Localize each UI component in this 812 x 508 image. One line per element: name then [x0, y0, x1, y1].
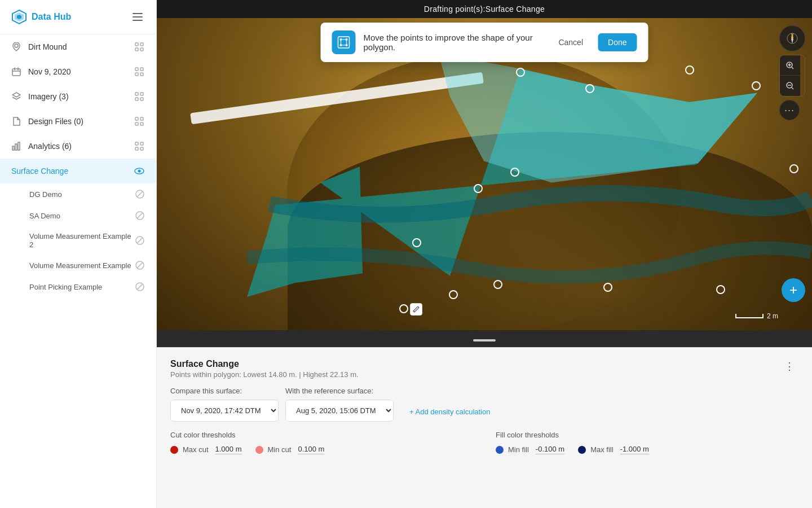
control-point-4[interactable]	[752, 81, 761, 90]
hamburger-menu[interactable]	[130, 11, 145, 23]
location-pin-icon	[11, 42, 21, 52]
svg-point-3	[15, 44, 18, 47]
point-picking-label: Point Picking Example	[29, 283, 102, 291]
panel-menu-button[interactable]: ⋮	[781, 359, 798, 374]
app-title: Data Hub	[32, 12, 71, 22]
svg-rect-4	[135, 43, 138, 46]
slash-icon-3	[135, 235, 145, 246]
map-area[interactable]: Move the points to improve the shape of …	[157, 0, 812, 330]
svg-rect-5	[140, 43, 143, 46]
control-point-12[interactable]	[603, 283, 612, 292]
max-cut-dot	[170, 446, 178, 454]
svg-marker-50	[791, 38, 793, 43]
cut-thresholds: Cut color thresholds Max cut 1.000 m Min…	[170, 431, 473, 454]
eye-icon[interactable]	[134, 165, 145, 177]
control-point-2[interactable]	[585, 84, 594, 93]
min-cut-item: Min cut 0.100 m	[255, 445, 325, 454]
zoom-controls	[779, 55, 805, 97]
svg-rect-26	[135, 147, 138, 150]
layers-icon	[11, 91, 21, 102]
cut-thresholds-title: Cut color thresholds	[170, 431, 473, 439]
sidebar-item-date[interactable]: Nov 9, 2020	[0, 59, 156, 84]
compass-button[interactable]: N	[779, 25, 805, 51]
sidebar-subitem-vol-2[interactable]: Volume Measurement Example 2	[0, 226, 156, 255]
drag-handle[interactable]	[157, 330, 812, 347]
dirt-mound-label: Dirt Mound	[28, 42, 67, 51]
imagery-label: Imagery (3)	[28, 92, 69, 101]
svg-rect-22	[15, 144, 17, 150]
min-fill-value[interactable]: -0.100 m	[536, 445, 564, 454]
logo[interactable]: Data Hub	[11, 9, 71, 25]
fill-thresholds-title: Fill color thresholds	[496, 431, 798, 439]
max-cut-item: Max cut 1.000 m	[170, 445, 242, 454]
control-point-8[interactable]	[474, 184, 483, 193]
grid-icon-0[interactable]	[134, 41, 145, 52]
grid-icon-3[interactable]	[134, 116, 145, 127]
sidebar-item-dirt-mound[interactable]: Dirt Mound	[0, 34, 156, 59]
more-options-button[interactable]: ···	[779, 100, 800, 120]
max-cut-value[interactable]: 1.000 m	[215, 445, 242, 454]
svg-rect-23	[18, 142, 20, 150]
edit-icon-badge[interactable]	[410, 303, 422, 316]
date-label: Nov 9, 2020	[28, 67, 71, 76]
add-density-button[interactable]: + Add density calculation	[409, 408, 490, 422]
svg-rect-21	[12, 146, 14, 150]
svg-rect-25	[140, 142, 143, 145]
svg-rect-8	[12, 69, 20, 76]
svg-rect-19	[135, 122, 138, 125]
surface-select-2[interactable]: Aug 5, 2020, 15:06 DTM	[285, 400, 394, 422]
control-point-10[interactable]	[449, 290, 458, 299]
svg-rect-27	[140, 147, 143, 150]
min-cut-value[interactable]: 0.100 m	[298, 445, 324, 454]
control-point-3[interactable]	[685, 65, 694, 75]
sidebar-subitem-dg-demo[interactable]: DG Demo	[0, 183, 156, 205]
terrain-dark	[288, 132, 812, 330]
sidebar-item-imagery[interactable]: Imagery (3)	[0, 84, 156, 109]
grid-icon-1[interactable]	[134, 66, 145, 77]
slash-icon-2	[135, 211, 145, 221]
surface-change-label: Surface Change	[11, 167, 68, 176]
sidebar-subitem-sa-demo[interactable]: SA Demo	[0, 205, 156, 226]
done-button[interactable]: Done	[598, 33, 637, 51]
notification-banner: Move the points to improve the shape of …	[321, 23, 648, 62]
min-cut-label: Min cut	[268, 445, 292, 454]
control-point-6[interactable]	[789, 164, 798, 173]
control-point-11[interactable]	[493, 280, 502, 289]
control-point-1[interactable]	[516, 68, 525, 77]
control-point-9[interactable]	[412, 238, 421, 247]
panel-header: Surface Change Points within polygon: Lo…	[170, 359, 798, 379]
fill-threshold-items: Min fill -0.100 m Max fill -1.000 m	[496, 445, 798, 454]
cancel-button[interactable]: Cancel	[551, 34, 590, 50]
svg-line-31	[137, 191, 143, 197]
add-button[interactable]: +	[782, 278, 805, 302]
panel-title: Surface Change	[170, 359, 359, 369]
grid-icon-4[interactable]	[134, 141, 145, 152]
surface-select-1[interactable]: Nov 9, 2020, 17:42 DTM	[170, 400, 279, 422]
sidebar-subitem-surface-change[interactable]: Surface Change	[0, 159, 156, 183]
svg-rect-6	[135, 48, 138, 51]
main-area: Drafting point(s):Surface Change	[157, 0, 812, 508]
sidebar-subitem-point-picking[interactable]: Point Picking Example	[0, 276, 156, 297]
grid-icon-2[interactable]	[134, 91, 145, 102]
scale-bar	[735, 314, 764, 318]
fill-thresholds: Fill color thresholds Min fill -0.100 m …	[496, 431, 798, 454]
max-fill-value[interactable]: -1.000 m	[620, 445, 649, 454]
svg-rect-16	[140, 98, 143, 100]
control-point-14[interactable]	[399, 304, 408, 313]
zoom-out-button[interactable]	[780, 76, 800, 96]
map-controls: N ···	[779, 25, 805, 120]
sidebar-item-analytics[interactable]: Analytics (6)	[0, 134, 156, 159]
sidebar: Data Hub Dirt Mound Nov 9, 2020	[0, 0, 157, 508]
control-point-13[interactable]	[716, 285, 725, 294]
control-point-7[interactable]	[510, 168, 519, 177]
sidebar-subitem-vol-1[interactable]: Volume Measurement Example	[0, 255, 156, 276]
svg-rect-13	[135, 93, 138, 95]
logo-icon	[11, 9, 27, 25]
design-files-label: Design Files (0)	[28, 117, 83, 126]
sa-demo-label: SA Demo	[29, 212, 60, 220]
sidebar-item-design-files[interactable]: Design Files (0)	[0, 109, 156, 134]
dg-demo-label: DG Demo	[29, 190, 62, 199]
svg-line-33	[137, 213, 143, 218]
zoom-in-button[interactable]	[780, 55, 800, 76]
compare-label: Compare this surface:	[170, 387, 279, 395]
